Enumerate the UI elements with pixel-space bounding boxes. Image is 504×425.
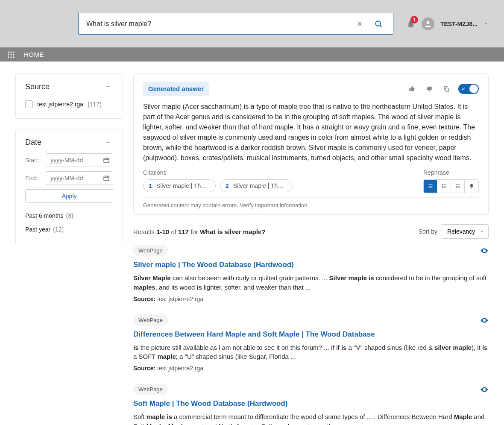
svg-point-18	[483, 319, 485, 321]
preview-button[interactable]	[480, 316, 489, 325]
person-icon	[424, 20, 432, 28]
thumbs-up-button[interactable]	[407, 84, 417, 94]
apply-date-button[interactable]: Apply	[25, 189, 113, 203]
preview-button[interactable]	[480, 385, 489, 394]
rephrase-label: Rephrase	[423, 169, 449, 176]
date-start-input[interactable]	[46, 153, 113, 167]
checkbox[interactable]	[25, 100, 33, 108]
date-start-label: Start:	[25, 157, 41, 164]
main: Source test jstpierre2 rga (117) Date St…	[0, 62, 504, 425]
facet-date-title: Date	[25, 138, 41, 147]
svg-point-2	[8, 51, 9, 53]
svg-point-5	[8, 54, 9, 55]
facet-item-count: (117)	[88, 101, 102, 108]
eye-icon	[480, 385, 489, 394]
eye-icon	[480, 246, 489, 255]
eye-icon	[480, 316, 489, 325]
result-title[interactable]: Silver maple | The Wood Database (Hardwo…	[133, 261, 489, 269]
notification-badge: 1	[410, 16, 418, 23]
collapse-source-button[interactable]	[103, 82, 113, 92]
sort-select[interactable]: Relevancy	[442, 224, 489, 239]
facet-source: Source test jstpierre2 rga (117)	[15, 73, 123, 119]
result-item: WebPageSoft Maple | The Wood Database (H…	[133, 384, 489, 425]
svg-point-10	[13, 56, 14, 58]
apps-icon	[7, 50, 15, 59]
svg-point-0	[375, 21, 381, 26]
paragraph-icon	[428, 183, 434, 189]
generated-answer-text: Silver maple (Acer saccharinum) is a typ…	[143, 102, 479, 163]
rephrase-summary-button[interactable]	[465, 180, 478, 193]
sort-by-label: Sort by	[419, 228, 437, 235]
apps-menu-button[interactable]	[7, 50, 15, 59]
date-quick-6months[interactable]: Past 6 months (3)	[25, 209, 113, 223]
search-icon	[374, 20, 383, 28]
close-icon	[356, 21, 363, 27]
date-quick-label: Past 6 months	[25, 212, 64, 219]
svg-point-4	[13, 51, 14, 53]
generated-answer-chip: Generated answer	[143, 82, 209, 96]
preview-button[interactable]	[480, 246, 489, 255]
result-snippet: is the picture still available as i am n…	[133, 343, 489, 362]
results-list: WebPageSilver maple | The Wood Database …	[133, 245, 489, 425]
search-container	[78, 13, 393, 35]
notifications-button[interactable]: 1	[406, 19, 416, 29]
svg-point-15	[456, 186, 456, 186]
rephrase-buttons	[423, 179, 479, 193]
result-snippet: Soft maple is a commercial term meant to…	[133, 412, 489, 425]
date-end-input[interactable]	[46, 171, 113, 185]
facet-item-label: test jstpierre2 rga	[37, 101, 83, 108]
numbered-list-icon	[441, 183, 447, 189]
collapse-date-button[interactable]	[103, 137, 113, 147]
result-snippet: Silver Maple can also be seen with curly…	[133, 273, 489, 292]
copy-button[interactable]	[441, 84, 451, 94]
toggle-knob	[469, 85, 478, 93]
svg-point-6	[10, 54, 12, 55]
result-source: Source: test jstpierre2 rga	[133, 296, 489, 302]
answer-toggle[interactable]	[458, 84, 479, 94]
result-type-badge: WebPage	[133, 314, 168, 326]
svg-point-8	[8, 56, 9, 58]
facet-source-item[interactable]: test jstpierre2 rga (117)	[25, 98, 113, 111]
copy-icon	[443, 85, 450, 92]
results-bar: Results 1-10 of 117 for What is silver m…	[133, 224, 489, 239]
rephrase-bullets-button[interactable]	[451, 180, 465, 193]
svg-point-14	[456, 185, 456, 185]
svg-rect-13	[445, 88, 448, 91]
result-title[interactable]: Differences Between Hard Maple and Soft …	[133, 330, 489, 339]
header-bar: 1 TEST-MZJ8...	[0, 0, 504, 47]
svg-point-17	[483, 250, 485, 251]
thumbs-down-button[interactable]	[424, 84, 434, 94]
citation-text: Silver maple | The W…	[156, 182, 210, 189]
svg-point-9	[10, 56, 12, 58]
bullet-list-icon	[455, 183, 461, 189]
result-type-badge: WebPage	[133, 384, 168, 395]
user-name[interactable]: TEST-MZJ8...	[440, 21, 478, 27]
search-button[interactable]	[372, 17, 385, 31]
avatar[interactable]	[422, 18, 434, 30]
citation-1[interactable]: 1 Silver maple | The W…	[143, 179, 216, 192]
lightbulb-icon	[469, 183, 475, 189]
result-title[interactable]: Soft Maple | The Wood Database (Hardwood…	[133, 399, 489, 408]
minus-icon	[105, 83, 111, 90]
content: Generated answer	[133, 73, 489, 425]
svg-point-1	[427, 21, 430, 24]
citations-label: Citations	[143, 169, 293, 176]
sidebar: Source test jstpierre2 rga (117) Date St…	[15, 73, 123, 244]
generated-answer-box: Generated answer	[133, 73, 489, 215]
date-quick-year[interactable]: Past year (12)	[25, 223, 113, 236]
citation-number: 1	[149, 182, 152, 189]
nav-home[interactable]: HOME	[24, 51, 44, 58]
thumbs-down-icon	[426, 85, 433, 92]
search-input[interactable]	[86, 20, 354, 28]
minus-icon	[105, 139, 111, 146]
disclaimer: Generated content may contain errors. Ve…	[143, 197, 479, 208]
chevron-down-icon[interactable]	[483, 21, 489, 26]
citation-2[interactable]: 2 Silver maple | The W…	[220, 179, 293, 192]
clear-search-button[interactable]	[354, 18, 366, 30]
rephrase-paragraph-button[interactable]	[424, 180, 437, 193]
svg-point-16	[456, 188, 456, 188]
rephrase-steps-button[interactable]	[437, 180, 451, 193]
date-quick-count: (12)	[53, 226, 64, 233]
result-source: Source: test jstpierre2 rga	[133, 365, 489, 372]
result-item: WebPageDifferences Between Hard Maple an…	[133, 314, 489, 372]
